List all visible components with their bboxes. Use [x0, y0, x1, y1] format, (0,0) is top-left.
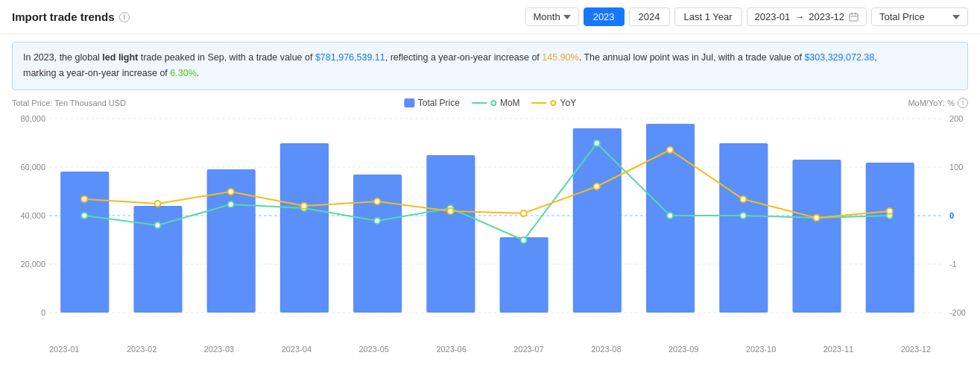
yoy-dot-nov	[814, 215, 820, 221]
mom-dot-jul	[521, 237, 527, 243]
bar-jul	[500, 237, 549, 313]
legend-mom-label: MoM	[500, 98, 520, 108]
summary-text7: .	[197, 68, 199, 78]
y-axis-left-label: Total Price: Ten Thousand USD	[12, 98, 126, 107]
bar-jun	[426, 155, 475, 313]
bar-aug	[573, 128, 622, 313]
svg-text:40,000: 40,000	[20, 211, 45, 220]
main-chart: 80,000 60,000 40,000 20,000 0 200 100 0 …	[12, 111, 968, 342]
mom-dot-feb	[154, 222, 160, 228]
mom-dot-may	[374, 218, 380, 224]
y-axis-right-label: MoM/YoY: % i	[908, 98, 968, 108]
bar-nov	[792, 160, 841, 313]
yoy-dot-sep	[667, 147, 673, 153]
svg-text:-200: -200	[949, 308, 966, 317]
mom-line	[84, 143, 890, 240]
header: Import trade trends i Month 2023 2024 La…	[0, 0, 980, 34]
yoy-dot-jul	[521, 210, 527, 216]
svg-text:20,000: 20,000	[20, 260, 45, 269]
mom-dot-aug	[594, 140, 600, 146]
legend-bar-icon	[404, 98, 414, 107]
x-label-sep: 2023-09	[668, 345, 698, 354]
svg-text:200: 200	[949, 114, 963, 123]
summary-text6: marking a year-on-year increase of	[23, 68, 170, 78]
legend-total-price: Total Price	[404, 98, 460, 108]
bar-dec	[866, 163, 914, 313]
summary-text4: . The annual low point was in Jul, with …	[579, 52, 805, 63]
mom-dot-oct	[740, 213, 746, 219]
x-label-jun: 2023-06	[436, 345, 466, 354]
chart-legend: Total Price MoM YoY	[404, 98, 576, 108]
metric-label: Total Price	[879, 11, 925, 22]
mom-dot-mar	[228, 201, 234, 207]
yoy-dot-apr	[301, 203, 307, 209]
mom-dot-jan	[81, 213, 87, 219]
title-info-icon[interactable]: i	[119, 12, 130, 22]
summary-keyword: led light	[102, 52, 138, 63]
svg-text:0: 0	[949, 211, 954, 220]
period-dropdown[interactable]: Month	[525, 7, 579, 26]
legend-yoy-line-icon	[532, 102, 547, 104]
mom-dot-sep	[667, 213, 673, 219]
date-start: 2023-01	[755, 11, 791, 22]
svg-rect-0	[850, 13, 858, 21]
x-label-apr: 2023-04	[282, 345, 312, 354]
summary-text5: ,	[874, 52, 876, 63]
summary-box: In 2023, the global led light trade peak…	[12, 42, 968, 90]
summary-text3: , reflecting a year-on-year increase of	[385, 52, 543, 63]
summary-text1: In 2023, the global	[23, 52, 102, 63]
yoy-info-icon[interactable]: i	[958, 98, 968, 108]
page-title: Import trade trends i	[12, 10, 130, 23]
summary-val3: $303,329,072.38	[804, 52, 874, 63]
x-label-dec: 2023-12	[901, 345, 931, 354]
bar-jan	[60, 172, 109, 313]
x-label-jan: 2023-01	[49, 345, 79, 354]
svg-text:-1: -1	[949, 260, 957, 269]
yoy-dot-aug	[594, 184, 600, 189]
chart-area: Total Price: Ten Thousand USD Total Pric…	[0, 98, 980, 354]
legend-mom-line-icon	[472, 102, 487, 104]
summary-val1: $781,976,539.11	[315, 52, 385, 63]
svg-text:100: 100	[949, 163, 963, 172]
date-arrow: →	[794, 11, 804, 22]
yoy-dot-may	[374, 198, 380, 204]
legend-mom-dot-icon	[490, 100, 496, 106]
metric-dropdown[interactable]: Total Price	[871, 7, 968, 26]
period-label: Month	[534, 11, 560, 22]
title-text: Import trade trends	[12, 10, 115, 23]
date-range-picker[interactable]: 2023-01 → 2023-12	[747, 7, 867, 26]
yoy-dot-feb	[154, 201, 160, 207]
svg-text:0: 0	[41, 308, 45, 317]
x-label-feb: 2023-02	[127, 345, 157, 354]
summary-val2: 145.90%	[542, 52, 578, 63]
legend-yoy: YoY	[532, 98, 577, 108]
x-label-nov: 2023-11	[823, 345, 853, 354]
legend-mom: MoM	[472, 98, 520, 108]
yoy-dot-jun	[447, 208, 453, 214]
bar-may	[353, 175, 402, 313]
x-label-mar: 2023-03	[204, 345, 234, 354]
year-2024-btn[interactable]: 2024	[629, 7, 670, 26]
year-2023-btn[interactable]: 2023	[584, 7, 625, 26]
x-label-may: 2023-05	[359, 345, 389, 354]
x-label-aug: 2023-08	[591, 345, 621, 354]
svg-text:60,000: 60,000	[20, 163, 45, 172]
x-label-oct: 2023-10	[746, 345, 776, 354]
x-axis-labels: 2023-01 2023-02 2023-03 2023-04 2023-05 …	[12, 345, 968, 354]
yoy-dot-oct	[740, 196, 746, 202]
x-label-jul: 2023-07	[513, 345, 543, 354]
legend-total-price-label: Total Price	[418, 98, 460, 108]
svg-text:80,000: 80,000	[20, 114, 45, 123]
chart-svg-wrapper: 80,000 60,000 40,000 20,000 0 200 100 0 …	[12, 111, 968, 345]
date-end: 2023-12	[809, 11, 844, 22]
yoy-dot-jan	[81, 196, 87, 202]
summary-val4: 6.30%	[170, 68, 196, 78]
summary-text2: trade peaked in Sep, with a trade value …	[138, 52, 315, 63]
controls-bar: Month 2023 2024 Last 1 Year 2023-01 → 20…	[525, 7, 968, 26]
legend-yoy-label: YoY	[560, 98, 577, 108]
yoy-line	[84, 150, 890, 218]
bar-apr	[280, 143, 329, 313]
yoy-dot-mar	[228, 189, 234, 195]
last1year-btn[interactable]: Last 1 Year	[674, 7, 742, 26]
bar-oct	[719, 143, 768, 313]
